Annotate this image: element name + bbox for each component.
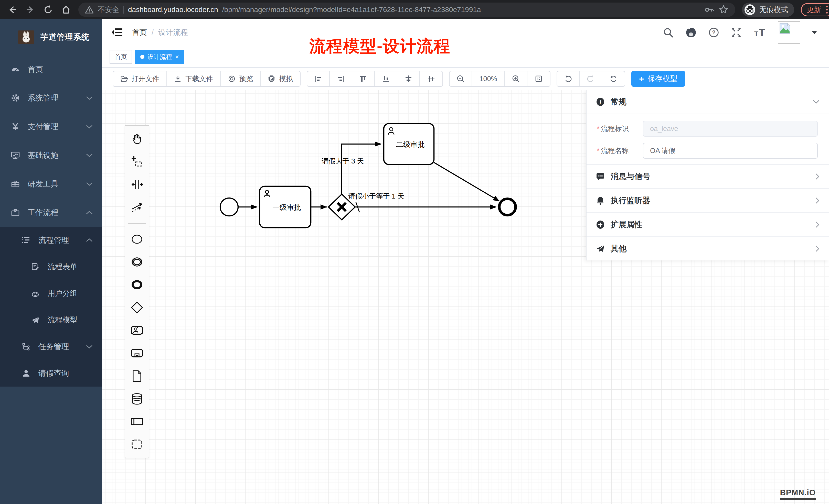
search-icon[interactable] [662,27,674,38]
help-icon[interactable]: ? [708,27,719,38]
home-icon[interactable] [61,4,72,15]
align-left-button[interactable] [307,71,330,86]
flow-task2-to-end[interactable] [434,162,499,201]
lasso-tool[interactable] [130,155,144,169]
refresh-button[interactable] [602,71,625,86]
avatar-caret-icon[interactable] [812,31,817,34]
sidebar-item-process-mgmt[interactable]: 流程管理 [0,227,102,254]
sidebar-item-system[interactable]: 系统管理 [0,84,102,112]
zoom-in-button[interactable] [505,71,528,86]
browser-menu-icon[interactable] [826,6,828,13]
sidebar-item-home[interactable]: 首页 [0,55,102,84]
space-tool[interactable] [130,177,144,192]
palette-separator [128,223,146,224]
section-general[interactable]: i 常规 [586,90,829,114]
font-size-icon[interactable]: TT [753,27,766,38]
fullscreen-icon[interactable] [731,27,742,38]
chevron-right-icon [815,245,820,252]
create-data-object[interactable] [130,369,144,383]
url-path: /bpm/manager/model/design?modelId=e4a1a1… [222,6,481,14]
paper-plane-icon [31,316,40,324]
bpmn-io-watermark[interactable]: BPMN.iO [780,488,816,500]
chevron-down-icon [813,100,820,104]
tree-icon [22,342,31,351]
redo-button[interactable] [580,71,602,86]
tab-design-process[interactable]: 设计流程 × [135,50,184,64]
create-end-event[interactable] [130,278,144,292]
reload-icon[interactable] [42,4,54,15]
sidebar-item-user-group[interactable]: 用户分组 [0,280,102,307]
section-other[interactable]: 其他 [586,237,829,261]
password-key-icon[interactable] [704,5,714,15]
create-user-task[interactable] [130,323,144,338]
bpmn-canvas[interactable]: 一级审批 二级审批 请假大于 3 天 请假小于等于 1 天 [102,90,829,504]
sidebar-item-devtools[interactable]: 研发工具 [0,169,102,198]
hand-tool[interactable] [130,132,144,146]
align-top-button[interactable] [352,71,375,86]
url-bar[interactable]: 不安全 dashboard.yudao.iocoder.cn/bpm/manag… [78,3,735,17]
create-data-store[interactable] [130,392,144,406]
chip-icon [268,75,276,83]
section-extended-attributes[interactable]: 扩展属性 [586,213,829,236]
main-area: 流程模型-设计流程 首页 / 设计流程 ? TT 首页 设计流程 × [102,19,829,504]
app-logo-row[interactable]: 芋道管理系统 [0,19,102,55]
condition-label-lte1: 请假小于等于 1 天 [348,192,404,200]
chevron-up-icon [86,238,93,242]
open-file-button[interactable]: 打开文件 [113,71,167,86]
create-intermediate-event[interactable] [130,255,144,269]
folder-icon [120,75,128,83]
preview-button[interactable]: 预览 [221,71,261,86]
forward-icon[interactable] [25,4,36,15]
align-vertical-center-button[interactable] [397,71,420,86]
undo-button[interactable] [557,71,580,86]
process-name-input[interactable] [643,143,818,159]
create-subprocess[interactable] [130,346,144,360]
properties-panel: i 常规 *流程标识 *流程名称 消息与信号 [586,90,829,261]
global-connect-tool[interactable] [130,200,144,215]
align-bottom-button[interactable] [375,71,397,86]
avatar[interactable] [778,21,800,44]
tab-home[interactable]: 首页 [110,50,132,64]
chevron-right-icon [815,221,820,228]
bookmark-star-icon[interactable] [718,5,729,15]
svg-text:i: i [600,99,602,105]
tab-close-icon[interactable]: × [175,53,179,60]
breadcrumb-home[interactable]: 首页 [132,27,147,38]
align-horizontal-center-button[interactable] [420,71,442,86]
update-button[interactable]: 更新 [801,3,829,16]
eye-icon [228,75,236,83]
section-execution-listeners[interactable]: 执行监听器 [586,189,829,212]
align-right-button[interactable] [330,71,352,86]
briefcase-icon [11,208,20,217]
dashboard-icon [11,65,20,74]
svg-text:T: T [759,27,765,38]
list-icon [22,236,31,244]
zoom-reset-button[interactable] [528,71,550,86]
create-gateway[interactable] [130,300,144,315]
user-icon [22,369,31,378]
start-event[interactable] [220,198,238,216]
sidebar-item-infra[interactable]: 基础设施 [0,141,102,169]
sidebar-item-process-form[interactable]: 流程表单 [0,254,102,280]
end-event[interactable] [499,199,516,215]
form-edit-icon [31,263,40,271]
github-icon[interactable] [685,27,697,38]
save-model-button[interactable]: + 保存模型 [632,71,685,87]
create-group[interactable] [130,437,144,452]
sidebar-item-leave-query[interactable]: 请假查询 [0,360,102,387]
create-participant[interactable] [130,415,144,429]
zoom-out-button[interactable] [449,71,472,86]
section-messages-signals[interactable]: 消息与信号 [586,165,829,188]
sidebar-item-workflow[interactable]: 工作流程 [0,198,102,227]
svg-text:T: T [754,30,758,38]
flow-gateway-to-task2[interactable] [342,144,381,194]
collapse-sidebar-icon[interactable] [111,27,123,38]
simulate-button[interactable]: 模拟 [261,71,300,86]
sidebar-item-process-model[interactable]: 流程模型 [0,307,102,333]
back-icon[interactable] [7,4,18,15]
sidebar-item-task-mgmt[interactable]: 任务管理 [0,333,102,360]
create-start-event[interactable] [130,232,144,246]
download-file-button[interactable]: 下载文件 [167,71,221,86]
sidebar-item-payment[interactable]: 支付管理 [0,112,102,141]
incognito-label: 无痕模式 [759,5,788,14]
